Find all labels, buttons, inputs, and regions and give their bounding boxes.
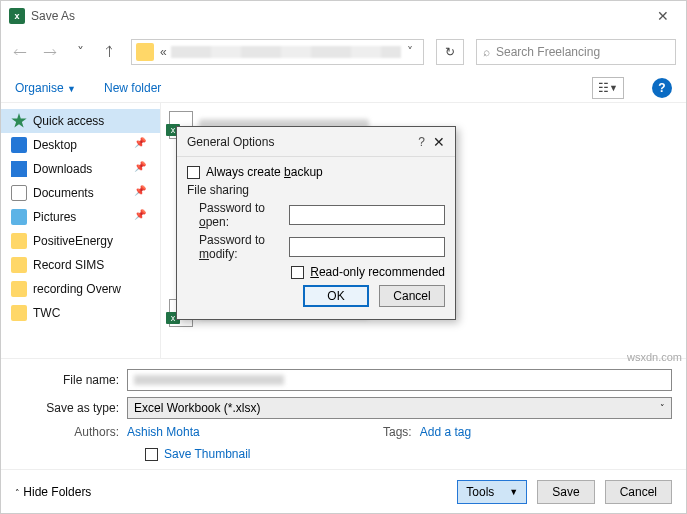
path-text-blurred: [171, 46, 401, 58]
read-only-label[interactable]: Read-only recommended: [310, 265, 445, 279]
pin-icon: 📌: [134, 209, 150, 225]
authors-value[interactable]: Ashish Mohta: [127, 425, 200, 439]
file-sharing-group: File sharing: [187, 183, 445, 197]
nav-bar: 🡐 🡒 ˅ 🡑 « ˅ ↻ ⌕ Search Freelancing: [1, 31, 686, 73]
ok-button[interactable]: OK: [303, 285, 369, 307]
chevron-down-icon: ˅: [660, 403, 665, 413]
general-options-dialog: General Options ? ✕ Always create backup…: [176, 126, 456, 320]
sidebar-item-label: TWC: [33, 306, 60, 320]
file-name-input[interactable]: [127, 369, 672, 391]
chevron-down-icon: ▼: [509, 487, 518, 497]
toolbar: Organise ▼ New folder ☷ ▼ ?: [1, 73, 686, 103]
pin-icon: 📌: [134, 185, 150, 201]
password-open-input[interactable]: [289, 205, 445, 225]
file-name-label: File name:: [15, 373, 127, 387]
star-icon: [11, 113, 27, 129]
sidebar-item-label: Documents: [33, 186, 94, 200]
search-icon: ⌕: [483, 45, 490, 59]
dialog-title: General Options: [187, 135, 410, 149]
dialog-titlebar: General Options ? ✕: [177, 127, 455, 157]
cancel-button[interactable]: Cancel: [605, 480, 672, 504]
folder-icon: [11, 257, 27, 273]
dialog-cancel-button[interactable]: Cancel: [379, 285, 445, 307]
close-icon[interactable]: ✕: [648, 8, 678, 24]
tools-button[interactable]: Tools▼: [457, 480, 527, 504]
dialog-footer: ˄ Hide Folders Tools▼ Save Cancel: [1, 469, 686, 513]
save-properties-panel: File name: Save as type: Excel Workbook …: [1, 358, 686, 469]
always-backup-label[interactable]: Always create backup: [206, 165, 323, 179]
folder-icon: [11, 281, 27, 297]
watermark: wsxdn.com: [627, 351, 682, 363]
sidebar-item-recording-overw[interactable]: recording Overw: [1, 277, 160, 301]
authors-label: Authors:: [15, 425, 127, 439]
path-separator: «: [160, 45, 167, 59]
password-open-label: Password to open:: [187, 201, 283, 229]
back-icon[interactable]: 🡐: [11, 44, 29, 60]
organise-button[interactable]: Organise ▼: [15, 81, 76, 95]
address-bar[interactable]: « ˅: [131, 39, 424, 65]
save-type-label: Save as type:: [15, 401, 127, 415]
titlebar: x Save As ✕: [1, 1, 686, 31]
sidebar-item-positiveenergy[interactable]: PositiveEnergy: [1, 229, 160, 253]
chevron-up-icon: ˄: [15, 488, 20, 498]
search-placeholder: Search Freelancing: [496, 45, 600, 59]
read-only-checkbox[interactable]: [291, 266, 304, 279]
search-input[interactable]: ⌕ Search Freelancing: [476, 39, 676, 65]
save-as-window: x Save As ✕ 🡐 🡒 ˅ 🡑 « ˅ ↻ ⌕ Search Freel…: [0, 0, 687, 514]
new-folder-button[interactable]: New folder: [104, 81, 161, 95]
sidebar-item-label: Record SIMS: [33, 258, 104, 272]
dialog-body: Always create backup File sharing Passwo…: [177, 157, 455, 319]
hide-folders-toggle[interactable]: ˄ Hide Folders: [15, 485, 91, 499]
tags-label: Tags:: [380, 425, 420, 439]
sidebar-item-label: recording Overw: [33, 282, 121, 296]
window-title: Save As: [31, 9, 648, 23]
pin-icon: 📌: [134, 137, 150, 153]
chevron-down-icon: ▼: [67, 84, 76, 94]
documents-icon: [11, 185, 27, 201]
sidebar-item-desktop[interactable]: Desktop 📌: [1, 133, 160, 157]
save-thumbnail-label[interactable]: Save Thumbnail: [164, 447, 251, 461]
folder-icon: [136, 43, 154, 61]
downloads-icon: [11, 161, 27, 177]
sidebar-item-pictures[interactable]: Pictures 📌: [1, 205, 160, 229]
sidebar-item-label: Downloads: [33, 162, 92, 176]
save-type-select[interactable]: Excel Workbook (*.xlsx) ˅: [127, 397, 672, 419]
sidebar-item-documents[interactable]: Documents 📌: [1, 181, 160, 205]
sidebar-item-label: Quick access: [33, 114, 104, 128]
view-options-button[interactable]: ☷ ▼: [592, 77, 624, 99]
folder-icon: [11, 233, 27, 249]
always-backup-checkbox[interactable]: [187, 166, 200, 179]
dialog-close-button[interactable]: ✕: [433, 134, 445, 150]
pin-icon: 📌: [134, 161, 150, 177]
refresh-button[interactable]: ↻: [436, 39, 464, 65]
password-modify-input[interactable]: [289, 237, 445, 257]
help-button[interactable]: ?: [652, 78, 672, 98]
password-modify-label: Password to modify:: [187, 233, 283, 261]
excel-icon: x: [9, 8, 25, 24]
up-icon[interactable]: 🡑: [101, 44, 119, 60]
save-thumbnail-checkbox[interactable]: [145, 448, 158, 461]
sidebar-item-twc[interactable]: TWC: [1, 301, 160, 325]
dialog-help-button[interactable]: ?: [410, 135, 433, 149]
pictures-icon: [11, 209, 27, 225]
sidebar-item-quick-access[interactable]: Quick access: [1, 109, 160, 133]
sidebar-item-label: PositiveEnergy: [33, 234, 113, 248]
tags-value[interactable]: Add a tag: [420, 425, 471, 439]
sidebar-item-downloads[interactable]: Downloads 📌: [1, 157, 160, 181]
folder-icon: [11, 305, 27, 321]
forward-icon: 🡒: [41, 44, 59, 60]
desktop-icon: [11, 137, 27, 153]
address-dropdown-icon[interactable]: ˅: [401, 45, 419, 59]
recent-dropdown-icon[interactable]: ˅: [71, 44, 89, 60]
sidebar-item-label: Desktop: [33, 138, 77, 152]
save-type-value: Excel Workbook (*.xlsx): [134, 401, 260, 415]
sidebar-item-record-sims[interactable]: Record SIMS: [1, 253, 160, 277]
save-button[interactable]: Save: [537, 480, 594, 504]
sidebar: Quick access Desktop 📌 Downloads 📌 Docum…: [1, 103, 161, 358]
sidebar-item-label: Pictures: [33, 210, 76, 224]
